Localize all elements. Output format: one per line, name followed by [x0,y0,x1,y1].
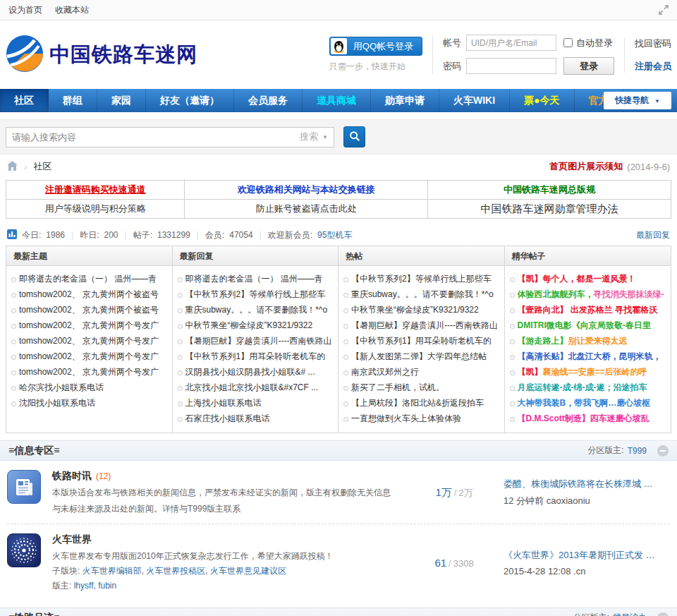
notice-link[interactable]: 中国铁路车迷网总版规 [504,184,595,195]
latest-reply-link[interactable]: 最新回复 [636,229,670,241]
homepage-image-notice-link[interactable]: 首页图片展示须知 [549,160,623,173]
bookmark-link[interactable]: 收藏本站 [55,4,89,16]
topic-link[interactable]: 【暑期巨献】穿越贵滇川----西南铁路山 [176,333,334,349]
thread-count[interactable]: 1万 [435,486,451,498]
notice-link[interactable]: 注册邀请码购买快速通道 [45,184,146,195]
topic-link[interactable]: 重庆subway。。。请不要删除我！*^o [341,286,500,302]
today-value: 1986 [46,230,65,240]
search-button[interactable] [343,126,365,147]
link[interactable]: 火车世界编辑部 [83,566,142,576]
topic-link[interactable]: 【游走路上】别让爱来得太迟 [508,333,667,349]
nav-item[interactable]: 票●今天 [510,89,574,112]
members-value: 47054 [229,230,252,240]
set-homepage-link[interactable]: 设为首页 [8,4,42,16]
topic-link[interactable]: tomshow2002、 京九黄州两个号发广 [9,349,168,364]
topic-link[interactable]: tomshow2002、 京九黄州两个号发广 [9,318,168,333]
link[interactable]: 火车世界意见建议区 [210,566,286,576]
breadcrumb: › 社区 首页图片展示须知 (2014-9-6) [0,155,677,179]
topic-link[interactable]: 即将逝去的老金温（一） 温州——青 [176,271,334,286]
newest-member-link[interactable]: 95型机车 [317,229,352,241]
topic-link[interactable]: 【中秋节系列1】用耳朵聆听老机车的 [341,333,500,349]
column-title: 热帖 [338,246,504,266]
topic-link[interactable]: 中秋节乘坐“柳金绿皮”K9321/9322 [176,318,334,333]
notice-link[interactable]: 中国铁路车迷网勋章管理办法 [481,203,618,215]
moderator-label: 分区版主: [573,612,609,616]
topic-link[interactable]: DMITRI微电影《向京局致敬-春日里 [508,318,667,333]
forum-description: 本版块适合发布与铁路相关的新闻信息，严禁发布未经证实的新闻，版主有权删除无关信息 [52,486,396,499]
today-label: 今日: [22,229,41,241]
topic-link[interactable]: 体验西北旗舰列车，寻找消失那抹淡绿- [508,286,667,302]
newspaper-icon[interactable] [7,470,41,504]
topic-link[interactable]: tomshow2002、 京九黄州两个被盗号 [9,286,168,302]
topic-link[interactable]: 石家庄找小姐联系电话 [176,411,334,426]
nav-item[interactable]: 家园 [97,89,146,112]
topic-link[interactable]: 北京找小姐北京找小姐联&#x7CF ... [176,380,334,395]
link[interactable]: 火车世界投稿区 [146,566,205,576]
forum-title[interactable]: 火车世界 [52,533,92,546]
topic-link[interactable]: 【中秋节系列1】用耳朵聆听老机车的 [176,349,334,364]
fullscreen-toggle-icon[interactable] [659,5,669,15]
collapse-button[interactable] [657,445,669,457]
topic-link[interactable]: 大神带我装B，带我飞啊…磨心坡枢 [508,395,667,411]
last-post-link[interactable]: 娄醴、株衡城际铁路将在长株潭城 … [504,478,670,490]
topic-link[interactable]: 重庆subway。。。请不要删除我！*^o [176,302,334,318]
topic-link[interactable]: 沈阳找小姐联系电话 [9,395,168,411]
last-post-link[interactable]: 《火车世界》2013年暑期刊正式发 … [504,549,670,562]
home-icon[interactable] [7,161,18,173]
logo-globe-icon [6,35,44,75]
topic-link[interactable]: 【上局杭段】洛阳北站&折返段拍车 [341,395,500,411]
topic-link[interactable]: 南京武汉郑州之行 [341,364,500,380]
nav-item[interactable]: 好友（邀请） [146,89,234,112]
dotted-globe-icon[interactable] [7,533,41,567]
nav-item[interactable]: 群组 [49,89,97,112]
topic-link[interactable]: 【D.M.Scott制造】四车迷磨心坡乱 [508,411,667,426]
link[interactable]: fubin [98,581,116,591]
qq-login-button[interactable]: 用QQ帐号登录 [329,37,422,56]
account-input[interactable] [466,35,556,51]
topic-link[interactable]: 【壹路向北】 出发苏格兰 寻找霍格沃 [508,302,667,318]
find-password-link[interactable]: 找回密码 [635,37,671,50]
topic-link[interactable]: 【中秋节系列2】等候单行线上那些车 [176,286,334,302]
topic-link[interactable]: 月底运转遂-成-绵-成-遂；沿途拍车 [508,380,667,395]
topic-link[interactable]: tomshow2002、 京九黄州两个号发广 [9,333,168,349]
quick-nav-button[interactable]: 快捷导航▼ [604,92,671,109]
nav-item[interactable]: 会员服务 [234,89,303,112]
search-input[interactable] [6,128,294,147]
nav-item[interactable]: 社区 [0,89,49,112]
topic-link[interactable]: 中秋节乘坐“柳金绿皮”K9321/9322 [341,302,500,318]
topic-link[interactable]: 【凯】襄渝线==安康==后张岭的呼 [508,364,667,380]
site-logo[interactable]: 中国铁路车迷网 [6,35,197,75]
topic-link[interactable]: 一直想做到火车头上体验体验 [341,411,500,426]
section-title: ≡铁路足迹≡ [8,612,59,616]
topic-link[interactable]: 【凯】每个人，都是一道风景！ [508,271,667,286]
forum-row-railway-news: 铁路时讯 (12) 本版块适合发布与铁路相关的新闻信息，严禁发布未经证实的新闻，… [0,461,677,524]
topic-link[interactable]: 【新人发图第二弹】大学四年总结帖 [341,349,500,364]
topic-link[interactable]: tomshow2002、 京九黄州两个被盗号 [9,302,168,318]
topic-link[interactable]: 汉阴县找小姐汉阴县找小姐联&# ... [176,364,334,380]
nav-item[interactable]: 勋章申请 [371,89,439,112]
forum-title[interactable]: 铁路时讯 [52,470,92,483]
topic-link[interactable]: 【暑期巨献】穿越贵滇川----西南铁路山 [341,318,500,333]
topic-link[interactable]: 【中秋节系列2】等候单行线上那些车 [341,271,500,286]
register-link[interactable]: 注册会员 [635,60,671,73]
search-type-select[interactable]: 搜索▼ [294,128,334,147]
login-button[interactable]: 登录 [563,57,614,75]
notice-link[interactable]: 防止账号被盗请点击此处 [256,203,357,214]
thread-count[interactable]: 61 [434,557,446,569]
topic-link[interactable]: 新买了二手相机，试机。 [341,380,500,395]
topic-link[interactable]: tomshow2002、 京九黄州两个号发广 [9,364,168,380]
nav-item[interactable]: 道具商城 [303,89,371,112]
password-input[interactable] [466,58,556,74]
auto-login-checkbox[interactable] [563,38,573,47]
topic-link[interactable]: 即将逝去的老金温（一） 温州——青 [9,271,168,286]
topic-link[interactable]: 哈尔滨找小姐联系电话 [9,380,168,395]
collapse-button[interactable] [657,612,669,616]
topic-link[interactable]: 上海找小姐联系电话 [176,395,334,411]
moderator-link[interactable]: 武局沪办 [613,612,647,616]
link[interactable]: lhysff [74,581,94,591]
topic-link[interactable]: 【高清长贴】北盘江大桥，昆明米轨， [508,349,667,364]
notice-link[interactable]: 欢迎铁路相关网站与本站交换链接 [238,184,375,195]
nav-item[interactable]: 火车WIKI [439,89,510,112]
moderator-link[interactable]: T999 [628,446,647,456]
notice-link[interactable]: 用户等级说明与积分策略 [45,203,146,214]
